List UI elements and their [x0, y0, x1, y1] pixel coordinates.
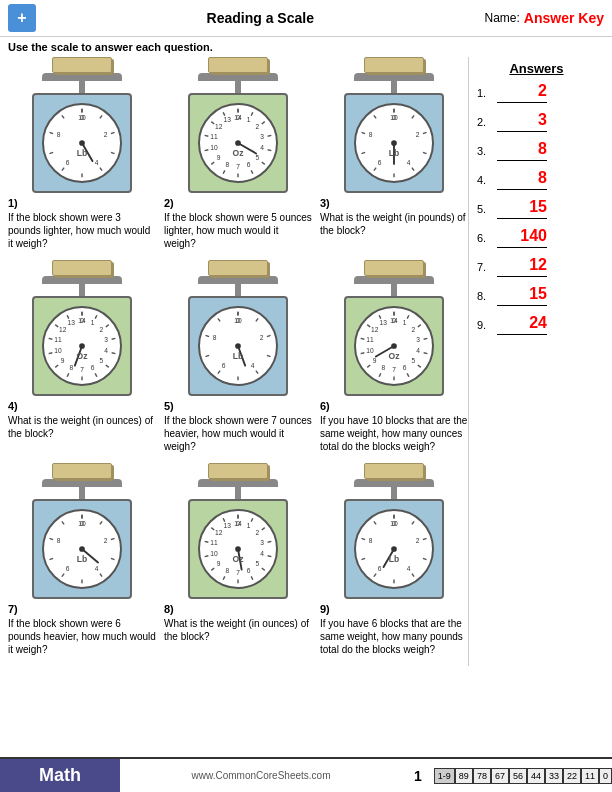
answer-num: 6.	[477, 232, 497, 244]
svg-line-201	[205, 541, 209, 542]
answer-item: 4. 8	[477, 169, 596, 190]
logo-icon: +	[8, 4, 36, 32]
score-box: 67	[491, 768, 509, 784]
svg-line-189	[262, 568, 265, 570]
svg-text:2: 2	[104, 131, 108, 138]
question-row: 01234567891011121314 Oz 4)What is the we…	[8, 260, 468, 453]
answer-value: 140	[497, 227, 547, 248]
svg-text:3: 3	[104, 336, 108, 343]
svg-line-112	[256, 371, 258, 374]
clock-face: 01234567891011121314 Oz	[198, 509, 278, 589]
question-number: 4)	[8, 400, 156, 412]
svg-line-81	[112, 353, 116, 354]
scale-platform	[354, 73, 434, 81]
answer-value: 8	[497, 140, 547, 161]
answer-value: 12	[497, 256, 547, 277]
scale-stem	[391, 487, 397, 499]
svg-text:14: 14	[234, 520, 242, 527]
svg-line-117	[205, 355, 209, 356]
svg-text:10: 10	[366, 347, 374, 354]
answer-item: 9. 24	[477, 314, 596, 335]
answer-item: 2. 3	[477, 111, 596, 132]
svg-line-218	[412, 574, 414, 577]
svg-line-168	[62, 574, 64, 577]
svg-text:10: 10	[210, 550, 218, 557]
scale-body: 01234567891011121314 Oz	[188, 499, 288, 599]
scale-platform	[198, 73, 278, 81]
svg-line-36	[223, 170, 225, 173]
scale-platform	[354, 276, 434, 284]
scale-body: 0246810 Lb	[32, 499, 132, 599]
svg-line-120	[218, 318, 220, 321]
question-text: If the block shown were 6 pounds heavier…	[8, 617, 156, 656]
scale-wrapper: 0246810 Lb	[164, 260, 312, 396]
answer-item: 7. 12	[477, 256, 596, 277]
scale-body: 0246810 Lb	[32, 93, 132, 193]
svg-text:5: 5	[255, 154, 259, 161]
svg-text:1: 1	[91, 319, 95, 326]
score-box: 56	[509, 768, 527, 784]
name-area: Name: Answer Key	[485, 10, 605, 26]
question-cell: 0246810 Lb 1)If the block shown were 3 p…	[8, 57, 156, 250]
svg-text:10: 10	[390, 520, 398, 527]
svg-text:13: 13	[224, 522, 232, 529]
svg-line-89	[67, 373, 69, 376]
svg-line-83	[106, 365, 109, 367]
svg-line-161	[100, 521, 102, 524]
answer-num: 5.	[477, 203, 497, 215]
scale-wrapper: 0246810 Lb	[320, 463, 468, 599]
question-text: If the block shown were 5 ounces lighter…	[164, 211, 312, 250]
svg-text:6: 6	[222, 362, 226, 369]
svg-text:10: 10	[390, 114, 398, 121]
svg-text:4: 4	[260, 550, 264, 557]
svg-line-44	[211, 122, 214, 124]
svg-line-136	[418, 365, 421, 367]
svg-text:Oz: Oz	[233, 148, 245, 158]
svg-line-214	[412, 521, 414, 524]
question-text: What is the weight (in ounces) of the bl…	[8, 414, 156, 440]
question-number: 9)	[320, 603, 468, 615]
question-number: 6)	[320, 400, 468, 412]
clock-face: 0246810 Lb	[42, 509, 122, 589]
svg-text:6: 6	[66, 565, 70, 572]
scale-platform	[42, 276, 122, 284]
question-cell: 0246810 Lb 3)What is the weight (in poun…	[320, 57, 468, 250]
svg-text:8: 8	[213, 334, 217, 341]
svg-line-148	[361, 338, 365, 339]
footer-url: www.CommonCoreSheets.com	[120, 770, 402, 781]
question-number: 8)	[164, 603, 312, 615]
svg-line-5	[111, 152, 115, 153]
score-box: 44	[527, 768, 545, 784]
score-box: 78	[473, 768, 491, 784]
svg-line-142	[379, 373, 381, 376]
scale-stem	[391, 284, 397, 296]
svg-line-224	[361, 538, 365, 539]
scale-platform	[42, 479, 122, 487]
answer-value: 24	[497, 314, 547, 335]
svg-line-152	[379, 315, 381, 318]
answer-key-label: Answer Key	[524, 10, 604, 26]
svg-line-6	[100, 168, 102, 171]
svg-line-226	[374, 521, 376, 524]
svg-line-181	[251, 518, 253, 521]
scale-platform	[198, 276, 278, 284]
scale-wrapper: 0246810 Lb	[8, 463, 156, 599]
svg-text:5: 5	[255, 560, 259, 567]
question-cell: 0246810 Lb 9)If you have 6 blocks that a…	[320, 463, 468, 656]
svg-text:4: 4	[416, 347, 420, 354]
svg-text:2: 2	[255, 529, 259, 536]
svg-line-30	[262, 162, 265, 164]
svg-text:8: 8	[369, 537, 373, 544]
weight-block	[364, 463, 424, 479]
svg-text:4: 4	[260, 144, 264, 151]
footer-scores: 1-989786756443322110	[434, 768, 612, 784]
answer-value: 8	[497, 169, 547, 190]
footer-page: 1	[402, 768, 434, 784]
answers-panel: Answers 1. 22. 33. 84. 85. 156. 1407. 12…	[468, 57, 604, 666]
svg-text:13: 13	[224, 116, 232, 123]
svg-line-32	[251, 170, 253, 173]
svg-line-195	[223, 576, 225, 579]
question-cell: 0246810 Lb 7)If the block shown were 6 p…	[8, 463, 156, 656]
weight-block	[52, 57, 112, 73]
scale-body: 01234567891011121314 Oz	[344, 296, 444, 396]
